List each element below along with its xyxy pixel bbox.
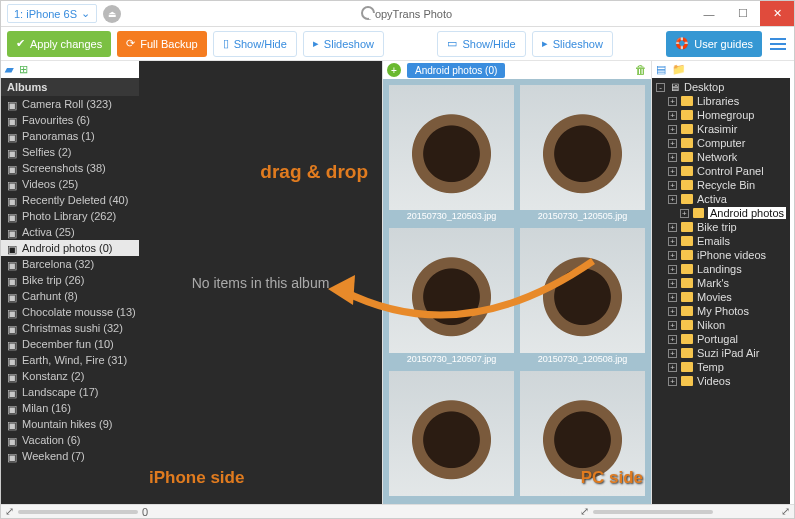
album-item[interactable]: ▣Konstanz (2) xyxy=(1,368,139,384)
tree-node[interactable]: +Temp xyxy=(652,360,790,374)
trash-icon[interactable]: 🗑 xyxy=(635,63,647,77)
user-guides-button[interactable]: 🛟User guides xyxy=(666,31,762,57)
tree-node[interactable]: +Libraries xyxy=(652,94,790,108)
expand-icon[interactable]: + xyxy=(668,223,677,232)
tree-node[interactable]: +Homegroup xyxy=(652,108,790,122)
tree-node[interactable]: +Portugal xyxy=(652,332,790,346)
tree-node[interactable]: +Landings xyxy=(652,262,790,276)
add-photo-button[interactable]: + xyxy=(387,63,401,77)
expand-icon[interactable]: + xyxy=(668,167,677,176)
expand-icon[interactable]: + xyxy=(668,363,677,372)
expand-icon[interactable]: + xyxy=(668,251,677,260)
album-item[interactable]: ▣Christmas sushi (32) xyxy=(1,320,139,336)
tree-node[interactable]: +Android photos xyxy=(652,206,790,220)
left-slideshow-button[interactable]: ▸Slideshow xyxy=(303,31,384,57)
expand-icon[interactable]: + xyxy=(668,349,677,358)
album-item[interactable]: ▣Chocolate mousse (13) xyxy=(1,304,139,320)
expand-icon[interactable]: ⤢ xyxy=(580,505,589,518)
tree-node-desktop[interactable]: -🖥Desktop xyxy=(652,80,790,94)
expand-icon[interactable]: + xyxy=(668,181,677,190)
full-backup-button[interactable]: ⟳Full Backup xyxy=(117,31,206,57)
expand-icon[interactable]: + xyxy=(668,195,677,204)
maximize-button[interactable]: ☐ xyxy=(726,1,760,26)
expand-icon[interactable]: + xyxy=(668,335,677,344)
album-item[interactable]: ▣Camera Roll (323) xyxy=(1,96,139,112)
expand-icon[interactable]: + xyxy=(668,153,677,162)
album-item[interactable]: ▣Landscape (17) xyxy=(1,384,139,400)
album-item[interactable]: ▣Recently Deleted (40) xyxy=(1,192,139,208)
tree-node[interactable]: +Videos xyxy=(652,374,790,388)
tree-node[interactable]: +Recycle Bin xyxy=(652,178,790,192)
expand-icon[interactable]: ⤢ xyxy=(5,505,14,518)
expand-icon[interactable]: + xyxy=(668,279,677,288)
expand-icon[interactable]: + xyxy=(668,377,677,386)
album-item[interactable]: ▣Weekend (7) xyxy=(1,448,139,464)
menu-button[interactable] xyxy=(768,34,788,54)
expand-icon[interactable]: + xyxy=(668,125,677,134)
view-icon[interactable]: ▤ xyxy=(656,63,666,76)
minimize-button[interactable]: — xyxy=(692,1,726,26)
expand-icon[interactable]: + xyxy=(668,111,677,120)
album-item[interactable]: ▣Videos (25) xyxy=(1,176,139,192)
tree-node[interactable]: +Mark's xyxy=(652,276,790,290)
thumbnail[interactable]: 20150730_120503.jpg xyxy=(389,85,514,222)
expand-icon[interactable]: + xyxy=(668,265,677,274)
left-zoom-slider[interactable] xyxy=(18,510,138,514)
sort-icon[interactable]: ▰ xyxy=(5,63,13,76)
tree-node[interactable]: +Krasimir xyxy=(652,122,790,136)
expand-icon[interactable]: + xyxy=(668,321,677,330)
expand-icon[interactable]: + xyxy=(668,237,677,246)
close-button[interactable]: ✕ xyxy=(760,1,794,26)
album-item[interactable]: ▣Barcelona (32) xyxy=(1,256,139,272)
album-item[interactable]: ▣Photo Library (262) xyxy=(1,208,139,224)
expand-icon[interactable]: + xyxy=(668,293,677,302)
thumbnail[interactable]: 20150730_120507.jpg xyxy=(389,228,514,365)
tree-node[interactable]: +Emails xyxy=(652,234,790,248)
tree-list[interactable]: -🖥Desktop +Libraries+Homegroup+Krasimir+… xyxy=(652,78,790,504)
device-selector[interactable]: 1: iPhone 6S ⌄ xyxy=(7,4,97,23)
tree-node[interactable]: +Nikon xyxy=(652,318,790,332)
tree-node[interactable]: +Computer xyxy=(652,136,790,150)
album-item[interactable]: ▣December fun (10) xyxy=(1,336,139,352)
tree-node[interactable]: +iPhone videos xyxy=(652,248,790,262)
album-item[interactable]: ▣Milan (16) xyxy=(1,400,139,416)
tree-node[interactable]: +Suzi iPad Air xyxy=(652,346,790,360)
apply-changes-button[interactable]: ✔Apply changes xyxy=(7,31,111,57)
albums-list[interactable]: ▣Camera Roll (323)▣Favourites (6)▣Panora… xyxy=(1,96,139,504)
tree-node[interactable]: +Movies xyxy=(652,290,790,304)
thumbnail[interactable] xyxy=(520,371,645,498)
album-item[interactable]: ▣Favourites (6) xyxy=(1,112,139,128)
pc-album-chip[interactable]: Android photos (0) xyxy=(407,63,505,78)
tree-node[interactable]: +Network xyxy=(652,150,790,164)
thumbnail[interactable] xyxy=(389,371,514,498)
thumbnail-grid[interactable]: 20150730_120503.jpg20150730_120505.jpg20… xyxy=(383,79,651,504)
expand-icon[interactable]: ⤢ xyxy=(781,505,790,518)
right-showhide-button[interactable]: ▭Show/Hide xyxy=(437,31,525,57)
tree-node[interactable]: +Control Panel xyxy=(652,164,790,178)
album-item[interactable]: ▣Panoramas (1) xyxy=(1,128,139,144)
thumbnail[interactable]: 20150730_120508.jpg xyxy=(520,228,645,365)
album-item[interactable]: ▣Android photos (0) xyxy=(1,240,139,256)
thumbnail[interactable]: 20150730_120505.jpg xyxy=(520,85,645,222)
iphone-view[interactable]: No items in this album drag & drop iPhon… xyxy=(139,61,382,504)
collapse-icon[interactable]: - xyxy=(656,83,665,92)
expand-icon[interactable]: + xyxy=(668,139,677,148)
tree-node[interactable]: +Bike trip xyxy=(652,220,790,234)
add-album-icon[interactable]: ⊞ xyxy=(19,63,28,76)
eject-button[interactable]: ⏏ xyxy=(103,5,121,23)
folder-icon[interactable]: 📁 xyxy=(672,63,686,76)
album-item[interactable]: ▣Vacation (6) xyxy=(1,432,139,448)
tree-node[interactable]: +Activa xyxy=(652,192,790,206)
album-item[interactable]: ▣Carhunt (8) xyxy=(1,288,139,304)
expand-icon[interactable]: + xyxy=(668,97,677,106)
album-item[interactable]: ▣Earth, Wind, Fire (31) xyxy=(1,352,139,368)
album-item[interactable]: ▣Screenshots (38) xyxy=(1,160,139,176)
album-item[interactable]: ▣Mountain hikes (9) xyxy=(1,416,139,432)
tree-node[interactable]: +My Photos xyxy=(652,304,790,318)
expand-icon[interactable]: + xyxy=(680,209,689,218)
right-slideshow-button[interactable]: ▸Slideshow xyxy=(532,31,613,57)
album-item[interactable]: ▣Bike trip (26) xyxy=(1,272,139,288)
album-item[interactable]: ▣Selfies (2) xyxy=(1,144,139,160)
left-showhide-button[interactable]: ▯Show/Hide xyxy=(213,31,297,57)
album-item[interactable]: ▣Activa (25) xyxy=(1,224,139,240)
